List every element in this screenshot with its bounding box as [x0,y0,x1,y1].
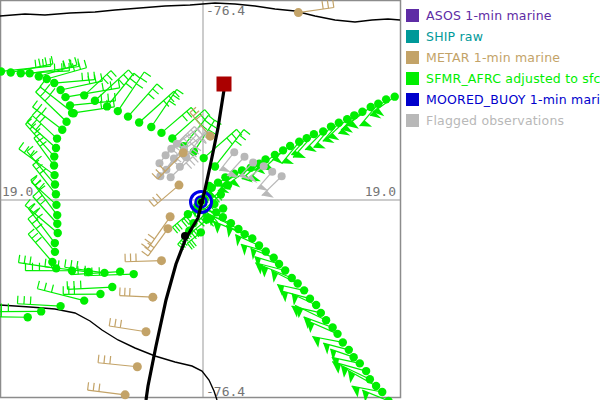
legend-swatch-moored-buoy-icon [406,93,419,106]
legend-label-sfmr: SFMR_AFRC adjusted to sfc [426,71,600,86]
legend-item-moored-buoy: MOORED_BUOY 1-min marine [406,89,600,110]
grid-label-0: -76.4 [206,3,245,18]
legend-label-moored-buoy: MOORED_BUOY 1-min marine [426,92,600,107]
obs-group-metar-top-coast [294,0,334,17]
grid-label-3: 19.0 [365,184,396,199]
legend-swatch-sfmr-icon [406,72,419,85]
legend-swatch-flagged-icon [406,114,419,127]
legend-label-asos: ASOS 1-min marine [426,8,552,23]
legend-label-ship: SHIP raw [426,29,483,44]
legend-swatch-ship-icon [406,30,419,43]
grid-label-2: 19.0 [2,184,33,199]
legend-swatch-metar-icon [406,51,419,64]
obs-group-sfmr-se-leg [191,205,393,400]
legend-item-ship: SHIP raw [406,26,600,47]
obs-group-sfmr-nw-entry [0,56,120,117]
coastline-0 [0,3,400,22]
legend-item-metar: METAR 1-min marine [406,47,600,68]
coastline-1 [0,305,217,400]
legend-item-flagged: Flagged observations [406,110,600,131]
legend-item-asos: ASOS 1-min marine [406,5,600,26]
storm-current-position-marker [217,77,232,92]
legend-label-flagged: Flagged observations [426,113,564,128]
storm-track-waypoint-0 [181,232,189,240]
storm-track-waypoint-1 [198,199,204,205]
legend: ASOS 1-min marineSHIP rawMETAR 1-min mar… [406,5,600,131]
legend-label-metar: METAR 1-min marine [426,50,560,65]
legend-item-sfmr: SFMR_AFRC adjusted to sfc [406,68,600,89]
observation-display-window: -76.4-76.419.019.0 ASOS 1-min marineSHIP… [0,0,600,400]
legend-swatch-asos-icon [406,9,419,22]
